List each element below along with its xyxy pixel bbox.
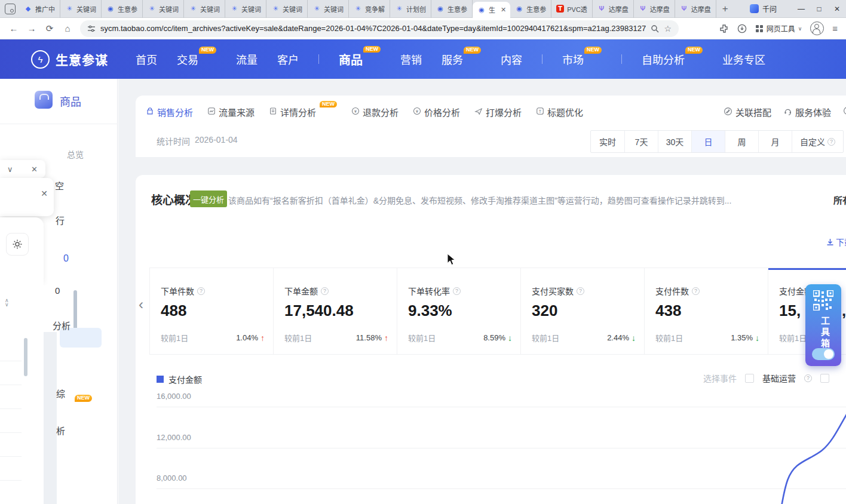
forward-icon[interactable]: →: [24, 23, 39, 33]
download-link[interactable]: 下载: [826, 236, 846, 248]
help-icon[interactable]: ?: [804, 374, 812, 382]
nav-item-营销[interactable]: 营销: [400, 51, 422, 67]
zoom-icon[interactable]: [651, 24, 659, 33]
range-日[interactable]: 日: [691, 131, 725, 152]
sort-chevrons-icon[interactable]: ∧∨: [5, 299, 9, 307]
close-window-button[interactable]: ✕: [828, 5, 846, 13]
help-icon[interactable]: ?: [692, 287, 700, 295]
nav-item-流量[interactable]: 流量: [236, 51, 258, 67]
home-icon[interactable]: ⌂: [60, 23, 75, 33]
browser-tab[interactable]: ✳关键词: [60, 0, 102, 18]
bookmark-star-icon[interactable]: ☆: [664, 24, 672, 33]
help-icon[interactable]: ?: [577, 287, 584, 295]
toolbox-widget[interactable]: 工具箱: [805, 284, 841, 366]
range-7天[interactable]: 7天: [624, 131, 658, 152]
nav-item-内容[interactable]: 内容: [501, 51, 522, 67]
range-周[interactable]: 周: [725, 131, 758, 152]
nav-item-客户[interactable]: 客户: [277, 51, 299, 67]
browser-tab[interactable]: ◆推广中: [19, 0, 60, 18]
sidebar-item-fragment[interactable]: 分析: [53, 319, 70, 331]
maximize-button[interactable]: □: [810, 5, 828, 13]
metric-value: 320: [532, 302, 634, 320]
metric-card-支付买家数[interactable]: 支付买家数?320较前1日2.44%↓: [521, 268, 645, 354]
close-icon[interactable]: ✕: [31, 165, 38, 174]
close-icon[interactable]: ✕: [41, 189, 48, 198]
event-checkbox-2[interactable]: [820, 374, 829, 383]
address-bar[interactable]: sycm.taobao.com/cc/item_archives?activeK…: [80, 20, 679, 37]
nav-item-市场[interactable]: 市场NEW: [562, 51, 602, 67]
back-icon[interactable]: ←: [6, 23, 22, 33]
tab-search-icon[interactable]: [5, 4, 16, 14]
nav-item-服务[interactable]: 服务NEW: [442, 51, 481, 67]
scrollbar-thumb[interactable]: [24, 338, 27, 376]
browser-tab[interactable]: ✳关键词: [143, 0, 184, 18]
sidebar-item-fragment[interactable]: 综: [56, 387, 65, 399]
rocket-icon: [474, 107, 483, 117]
new-tab-button[interactable]: +: [722, 3, 728, 15]
browser-tab[interactable]: Ψ达摩盘: [634, 0, 675, 18]
nav-item-业务专区[interactable]: 业务专区: [722, 51, 765, 67]
metric-card-下单金额[interactable]: 下单金额?17,540.48较前1日11.58%↑: [274, 268, 397, 354]
subnav-tab-销售分析[interactable]: 销售分析: [146, 106, 193, 118]
sidebar-item-fragment[interactable]: 析: [56, 424, 65, 437]
nav-item-label: 服务: [442, 51, 463, 67]
browser-tab[interactable]: ◉生✕: [473, 2, 510, 18]
event-checkbox-1[interactable]: [745, 374, 754, 383]
one-click-analyze-button[interactable]: 一键分析: [190, 190, 227, 207]
sidebar-item-fragment[interactable]: 行: [56, 214, 65, 226]
browser-tab[interactable]: ✳关键词: [184, 0, 225, 18]
extensions-icon[interactable]: [719, 24, 729, 33]
download-icon[interactable]: [737, 24, 747, 33]
browser-tab[interactable]: ◉生意参: [510, 0, 551, 18]
sidebar-item-fragment[interactable]: 空: [55, 179, 64, 192]
browser-tab[interactable]: ◉生意参: [431, 0, 473, 18]
subnav-tab-打爆分析[interactable]: 打爆分析: [474, 106, 522, 118]
assistant-button[interactable]: 千问: [750, 4, 777, 14]
browser-tab[interactable]: ✳竞争解: [349, 0, 390, 18]
range-自定义[interactable]: 自定义?: [792, 131, 843, 152]
browser-tab[interactable]: Ψ达摩盘: [593, 0, 634, 18]
metric-card-支付件数[interactable]: 支付件数?438较前1日1.35%↓: [645, 268, 768, 354]
browser-tab[interactable]: ◉生意参: [102, 0, 143, 18]
all-metrics-link[interactable]: 所有: [833, 193, 846, 206]
sidebar-item-fragment[interactable]: 0: [55, 285, 60, 296]
help-icon[interactable]: ?: [197, 287, 205, 295]
cards-scroll-left-icon[interactable]: ‹: [139, 296, 143, 313]
nav-item-商品[interactable]: 商品NEW: [339, 51, 381, 68]
subnav-tab-标题优化[interactable]: T标题优化: [536, 106, 583, 118]
profile-avatar[interactable]: [810, 21, 824, 35]
sidebar-item-overview[interactable]: 总览: [67, 148, 84, 160]
browser-tab[interactable]: ✳关键词: [308, 0, 349, 18]
settings-button[interactable]: [6, 233, 29, 256]
browser-tab[interactable]: Ψ达摩盘: [675, 0, 716, 18]
toolbox-toggle[interactable]: [812, 348, 835, 360]
subnav-tab-流量来源[interactable]: 流量来源: [207, 106, 255, 118]
browser-tab[interactable]: ✳关键词: [225, 0, 266, 18]
subnav-tab-价格分析[interactable]: ¥价格分析: [413, 106, 460, 118]
minimize-button[interactable]: —: [792, 5, 810, 13]
web-tools-button[interactable]: 网页工具 ∨: [755, 23, 802, 33]
browser-menu-icon[interactable]: ≡: [832, 23, 838, 33]
sidebar-item-fragment[interactable]: 0: [63, 253, 69, 264]
browser-tab[interactable]: ✳关键词: [266, 0, 308, 18]
subnav-tab-退款分析[interactable]: ¥退款分析: [351, 106, 399, 118]
browser-tab[interactable]: ✳计划创: [390, 0, 431, 18]
help-icon[interactable]: ?: [321, 287, 329, 295]
range-实时[interactable]: 实时: [591, 131, 624, 152]
browser-tab[interactable]: TPVC透: [551, 0, 593, 18]
nav-item-首页[interactable]: 首页: [136, 51, 157, 67]
site-settings-icon[interactable]: [87, 24, 96, 33]
range-30天[interactable]: 30天: [658, 131, 691, 152]
nav-item-自助分析[interactable]: 自助分析NEW: [642, 51, 703, 67]
help-icon[interactable]: ?: [453, 287, 461, 295]
close-tab-icon[interactable]: ✕: [501, 6, 506, 14]
metric-card-下单转化率[interactable]: 下单转化率?9.33%较前1日8.59%↓: [397, 268, 521, 354]
metric-card-下单件数[interactable]: 下单件数?488较前1日1.04%↑: [150, 268, 274, 354]
nav-item-交易[interactable]: 交易NEW: [177, 51, 216, 67]
range-月[interactable]: 月: [758, 131, 792, 152]
subnav-link-服务体验[interactable]: 服务体验: [783, 106, 831, 118]
subnav-link-关联搭配[interactable]: 关联搭配: [724, 106, 771, 118]
collapse-chevron-icon[interactable]: ∨: [7, 165, 13, 174]
subnav-tab-详情分析[interactable]: 详情分析NEW: [269, 106, 337, 118]
reload-icon[interactable]: ⟳: [42, 23, 57, 34]
